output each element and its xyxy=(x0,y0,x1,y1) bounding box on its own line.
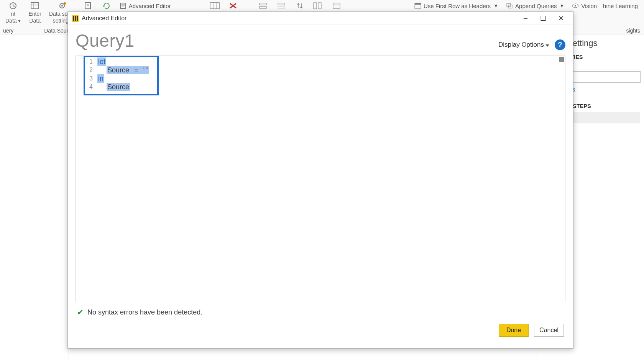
split-column-button[interactable] xyxy=(309,0,327,11)
svg-rect-14 xyxy=(210,3,219,9)
line-number: 4 xyxy=(85,83,93,91)
svg-rect-1 xyxy=(31,3,39,9)
op-equals: = xyxy=(133,66,139,74)
display-options-dropdown[interactable]: Display Options xyxy=(498,41,549,49)
remove-columns-button[interactable] xyxy=(224,0,242,11)
use-first-row-button[interactable]: Use First Row as Headers▾ xyxy=(411,0,501,11)
scrollbar-thumb[interactable] xyxy=(559,57,564,62)
manage-parameters-button[interactable] xyxy=(79,0,97,11)
use-first-row-label: Use First Row as Headers xyxy=(424,3,491,9)
enter-data-label: Enter xyxy=(28,11,41,17)
group-by-button[interactable] xyxy=(327,0,346,11)
identifier: Source xyxy=(107,83,130,91)
advanced-editor-ribbon-button[interactable]: Advanced Editor xyxy=(116,0,175,11)
svg-rect-21 xyxy=(278,3,285,5)
close-button[interactable]: ✕ xyxy=(552,13,569,24)
dialog-title: Advanced Editor xyxy=(82,15,127,22)
keep-rows-button[interactable] xyxy=(254,0,272,11)
svg-rect-23 xyxy=(314,3,317,9)
sort-button[interactable] xyxy=(291,0,309,11)
help-icon[interactable]: ? xyxy=(555,39,565,50)
vision-button[interactable]: Vision xyxy=(568,0,601,11)
choose-columns-button[interactable] xyxy=(205,0,224,11)
keyword-let: let xyxy=(97,57,106,66)
minimize-button[interactable]: – xyxy=(517,13,534,24)
cancel-button[interactable]: Cancel xyxy=(534,324,564,337)
svg-rect-28 xyxy=(415,3,421,5)
ml-label: hine Learning xyxy=(603,3,638,9)
enter-data-label2: Data xyxy=(29,18,41,24)
machine-learning-button[interactable]: hine Learning xyxy=(601,0,642,11)
done-button[interactable]: Done xyxy=(499,324,529,337)
append-queries-label: Append Queries xyxy=(515,3,557,9)
svg-rect-22 xyxy=(278,7,285,8)
advanced-editor-dialog: Advanced Editor – ☐ ✕ Query1 Display Opt… xyxy=(67,11,573,349)
code-editor[interactable]: 1 let 2 Source = "" 3 in 4 xyxy=(76,56,565,302)
recent-label2: Data ▾ xyxy=(5,18,21,24)
identifier: Source xyxy=(107,66,130,74)
svg-point-5 xyxy=(61,5,63,7)
syntax-status: No syntax errors have been detected. xyxy=(87,308,202,316)
code-text[interactable]: 1 let 2 Source = "" 3 in 4 xyxy=(85,57,149,91)
refresh-button[interactable] xyxy=(97,0,116,11)
svg-rect-24 xyxy=(318,3,321,9)
check-icon: ✔ xyxy=(77,308,84,317)
line-number: 3 xyxy=(85,74,93,83)
svg-rect-20 xyxy=(260,7,266,8)
string-literal: "" xyxy=(143,66,149,74)
powerbi-logo-icon xyxy=(72,15,79,22)
svg-point-32 xyxy=(575,5,576,7)
svg-rect-25 xyxy=(333,3,340,8)
keyword-in: in xyxy=(97,74,104,83)
enter-data-button[interactable]: Enter Data xyxy=(25,0,45,25)
group-insights: sights xyxy=(626,28,640,34)
recent-label: nt xyxy=(11,11,15,17)
vision-label: Vision xyxy=(581,3,597,9)
query-heading: Query1 xyxy=(76,30,135,51)
maximize-button[interactable]: ☐ xyxy=(535,13,552,24)
line-number: 1 xyxy=(85,57,93,66)
adv-editor-label: Advanced Editor xyxy=(129,3,171,9)
svg-rect-19 xyxy=(260,3,266,5)
remove-rows-button[interactable] xyxy=(272,0,291,11)
svg-point-6 xyxy=(64,2,66,5)
dialog-titlebar: Advanced Editor – ☐ ✕ xyxy=(68,12,573,25)
append-queries-button[interactable]: Append Queries▾ xyxy=(502,0,567,11)
line-number: 2 xyxy=(85,66,93,74)
recent-sources-button[interactable]: nt Data ▾ xyxy=(2,0,25,25)
queries-pane xyxy=(0,34,69,362)
display-options-label: Display Options xyxy=(498,41,544,48)
